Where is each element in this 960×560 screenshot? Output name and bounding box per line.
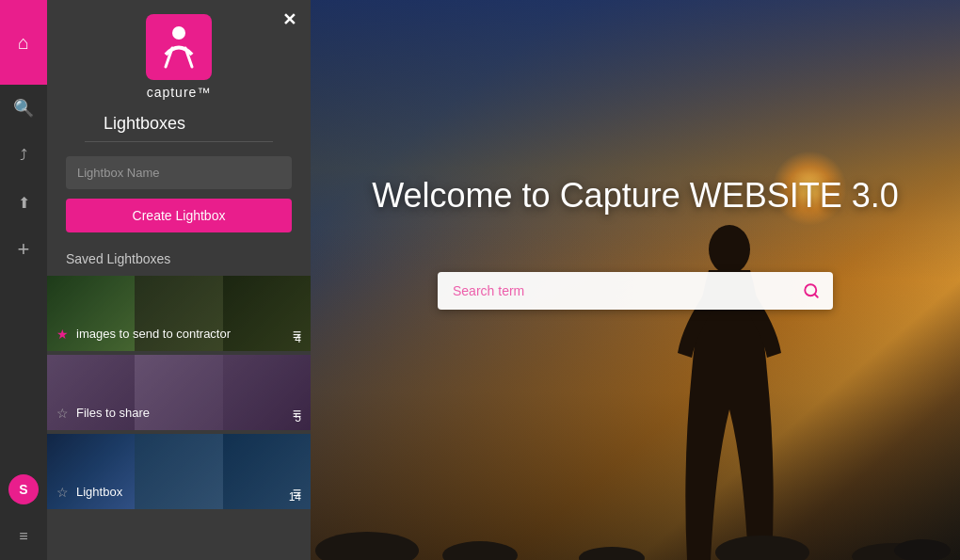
svg-point-8 [894, 539, 951, 560]
lightbox-item[interactable]: ☆ Lightbox ≡ 14 [47, 434, 311, 509]
star-outline-icon: ☆ [56, 406, 69, 421]
capture-logo-icon [158, 22, 200, 73]
lightbox-sidebar: capture™ ✕ Lightboxes Create Lightbox Sa… [47, 0, 311, 560]
user-avatar: S [8, 474, 39, 504]
folder-nav-item[interactable]: ⤴ [0, 132, 47, 179]
svg-point-4 [442, 541, 518, 560]
logo-area: capture™ ✕ [47, 0, 311, 109]
star-filled-icon: ★ [56, 327, 69, 342]
lightbox-name-label: Lightbox [76, 485, 122, 501]
lightbox-list: ★ images to send to contractor ≡ 4 ☆ Fil… [47, 276, 311, 560]
lightbox-name-input[interactable] [66, 156, 292, 189]
svg-line-10 [814, 295, 817, 297]
logo-box [146, 14, 212, 80]
search-bar [438, 272, 833, 310]
hero-text-area: Welcome to Capture WEBSITE 3.0 [311, 176, 960, 216]
star-outline-icon: ☆ [56, 485, 69, 500]
search-icon [803, 282, 820, 299]
svg-point-3 [315, 532, 419, 560]
search-input[interactable] [438, 272, 790, 310]
hamburger-icon: ≡ [19, 528, 27, 545]
hero-title: Welcome to Capture WEBSITE 3.0 [311, 176, 960, 216]
lightbox-menu-icon[interactable]: ≡ [293, 327, 301, 344]
search-button[interactable] [790, 273, 833, 309]
lightbox-name-label: Files to share [76, 406, 150, 422]
lightboxes-heading: Lightboxes [85, 109, 273, 142]
home-nav-item[interactable]: ⌂ [0, 0, 47, 85]
lightbox-item[interactable]: ★ images to send to contractor ≡ 4 [47, 276, 311, 351]
upload-icon: ⬆ [18, 194, 30, 212]
lightbox-name-label: images to send to contractor [76, 327, 231, 343]
add-nav-item[interactable]: + [0, 226, 47, 273]
main-content: Welcome to Capture WEBSITE 3.0 [311, 0, 960, 560]
lightbox-item[interactable]: ☆ Files to share ≡ 5 [47, 355, 311, 430]
svg-point-2 [709, 225, 750, 274]
svg-point-0 [172, 26, 185, 40]
avatar-nav-item[interactable]: S [0, 466, 47, 513]
saved-lightboxes-heading: Saved Lightboxes [47, 247, 311, 276]
create-lightbox-button[interactable]: Create Lightbox [66, 199, 292, 232]
add-icon: + [18, 237, 30, 262]
folder-icon: ⤴ [20, 147, 27, 164]
svg-point-6 [715, 536, 809, 560]
lightbox-menu-icon[interactable]: ≡ [293, 485, 301, 502]
icon-navigation: ⌂ 🔍 ⤴ ⬆ + S ≡ [0, 0, 47, 560]
logo-text: capture™ [147, 85, 212, 100]
close-sidebar-button[interactable]: ✕ [282, 9, 296, 30]
upload-nav-item[interactable]: ⬆ [0, 179, 47, 226]
rocks [311, 447, 960, 560]
search-nav-item[interactable]: 🔍 [0, 85, 47, 132]
lightbox-menu-icon[interactable]: ≡ [293, 406, 301, 423]
home-icon: ⌂ [18, 32, 29, 54]
svg-point-5 [579, 547, 645, 560]
search-nav-icon: 🔍 [13, 98, 34, 119]
menu-nav-item[interactable]: ≡ [0, 513, 47, 560]
